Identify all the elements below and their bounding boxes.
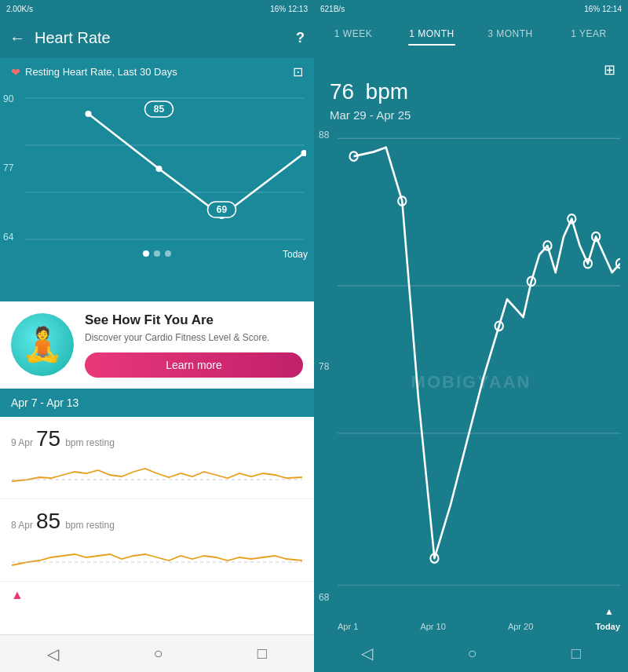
entry-unit-8apr: bpm resting (65, 520, 115, 531)
tab-1year[interactable]: 1 YEAR (550, 20, 628, 46)
x-label-today: Today (595, 622, 620, 631)
help-button[interactable]: ? (296, 30, 305, 46)
entry-chart-svg-9apr (11, 458, 303, 489)
right-x-labels: Apr 1 Apr 10 Apr 20 Today (338, 622, 620, 631)
today-triangle: ▲ (604, 606, 614, 617)
pagination-dots (0, 250, 314, 257)
tab-3month[interactable]: 3 MONTH (471, 20, 550, 46)
fitness-avatar: 🧘 (11, 313, 74, 376)
chart-svg: 85 69 (24, 90, 306, 247)
today-label: Today (283, 249, 308, 260)
right-y-labels: 88 78 68 (319, 130, 329, 603)
y-label-77: 77 (3, 163, 13, 173)
chart-subtitle-bar: ❤ Resting Heart Rate, Last 30 Days ⊡ (0, 58, 314, 82)
monthly-heart-rate-chart: 88 78 68 MOBIGYAAN (314, 130, 628, 634)
entry-chart-9apr (11, 458, 303, 489)
right-status-left: 621B/s (320, 5, 345, 13)
week-header: Apr 7 - Apr 13 (0, 389, 314, 417)
x-label-apr1: Apr 1 (338, 622, 358, 631)
right-status-bar: 621B/s 16% 12:14 (314, 0, 628, 17)
entry-header-8apr: 8 Apr 85 bpm resting (11, 509, 303, 534)
x-label-apr10: Apr 10 (420, 622, 445, 631)
right-nav-bar: ◁ ○ □ (314, 634, 628, 672)
page-title: Heart Rate (35, 29, 287, 47)
chart-subtitle-label: Resting Heart Rate, Last 30 Days (25, 66, 177, 78)
bottom-indicator: ▲ (0, 582, 314, 608)
dot-3 (165, 250, 171, 257)
nav-back-button[interactable]: ◁ (47, 645, 59, 663)
stat-date-range: Mar 29 - Apr 25 (330, 108, 612, 122)
fitness-card: 🧘 See How Fit You Are Discover your Card… (0, 301, 314, 389)
left-nav-bar: ◁ ○ □ (0, 634, 314, 672)
right-nav-recents[interactable]: □ (571, 645, 581, 663)
period-tabs: 1 WEEK 1 MONTH 3 MONTH 1 YEAR (314, 17, 628, 49)
chart-footer: Today (0, 247, 314, 271)
heart-rate-chart-section: ❤ Resting Heart Rate, Last 30 Days ⊡ 90 … (0, 58, 314, 301)
monthly-chart-svg (338, 130, 620, 603)
expand-icon[interactable]: ⊡ (293, 64, 303, 79)
dot-1 (143, 250, 149, 257)
daily-entry-8apr: 8 Apr 85 bpm resting (0, 499, 314, 582)
entry-date-8apr: 8 Apr (11, 520, 33, 531)
entry-date-9apr: 9 Apr (11, 437, 33, 448)
chart-subtitle-text: ❤ Resting Heart Rate, Last 30 Days (11, 66, 177, 79)
left-status-bar: 2.00K/s 16% 12:13 (0, 0, 314, 17)
right-panel: 621B/s 16% 12:14 1 WEEK 1 MONTH 3 MONTH … (314, 0, 628, 672)
entry-bpm-8apr: 85 (36, 509, 60, 534)
right-status-right: 16% 12:14 (584, 5, 622, 13)
right-y-68: 68 (319, 592, 329, 603)
entry-bpm-9apr: 75 (36, 426, 60, 451)
left-status-right: 16% 12:13 (270, 5, 308, 13)
fitness-title: See How Fit You Are (85, 312, 303, 328)
fitness-card-content: See How Fit You Are Discover your Cardio… (85, 312, 303, 378)
stat-bpm: 76 bpm (330, 64, 612, 105)
svg-text:85: 85 (154, 104, 165, 115)
x-label-apr20: Apr 20 (508, 622, 533, 631)
y-label-64: 64 (3, 232, 13, 243)
fitness-avatar-figure: 🧘 (22, 328, 63, 361)
daily-entry-9apr: 9 Apr 75 bpm resting (0, 417, 314, 499)
heart-icon: ❤ (11, 66, 20, 79)
bpm-unit: bpm (366, 79, 408, 104)
right-y-88: 88 (319, 130, 329, 141)
right-y-78: 78 (319, 361, 329, 372)
right-nav-home[interactable]: ○ (467, 645, 476, 663)
left-panel: 2.00K/s 16% 12:13 ← Heart Rate ? ❤ Resti… (0, 0, 314, 672)
entry-chart-svg-8apr (11, 540, 303, 572)
svg-text:69: 69 (217, 204, 228, 215)
nav-home-button[interactable]: ○ (153, 645, 162, 663)
right-nav-back[interactable]: ◁ (361, 644, 373, 663)
back-button[interactable]: ← (9, 29, 25, 47)
tab-1month[interactable]: 1 MONTH (392, 20, 471, 46)
right-expand-icon[interactable]: ⊞ (604, 61, 615, 79)
right-stats: 76 bpm Mar 29 - Apr 25 ⊞ (314, 49, 628, 130)
y-label-90: 90 (3, 93, 13, 104)
entry-chart-8apr (11, 540, 303, 572)
resting-heart-rate-chart: 85 69 (24, 90, 306, 247)
entry-header-9apr: 9 Apr 75 bpm resting (11, 426, 303, 451)
bpm-value: 76 (330, 79, 354, 104)
fitness-desc: Discover your Cardio Fitness Level & Sco… (85, 331, 303, 345)
left-status-left: 2.00K/s (6, 5, 33, 13)
learn-more-button[interactable]: Learn more (85, 352, 303, 378)
chart-y-labels: 90 77 64 (3, 93, 13, 243)
nav-recents-button[interactable]: □ (257, 645, 267, 663)
entry-unit-9apr: bpm resting (65, 437, 115, 448)
svg-point-5 (156, 166, 162, 172)
svg-point-4 (86, 111, 92, 117)
left-header: ← Heart Rate ? (0, 17, 314, 58)
tab-1week[interactable]: 1 WEEK (314, 20, 392, 46)
daily-list: 9 Apr 75 bpm resting 8 Apr 85 bpm restin… (0, 417, 314, 634)
dot-2 (154, 250, 160, 257)
